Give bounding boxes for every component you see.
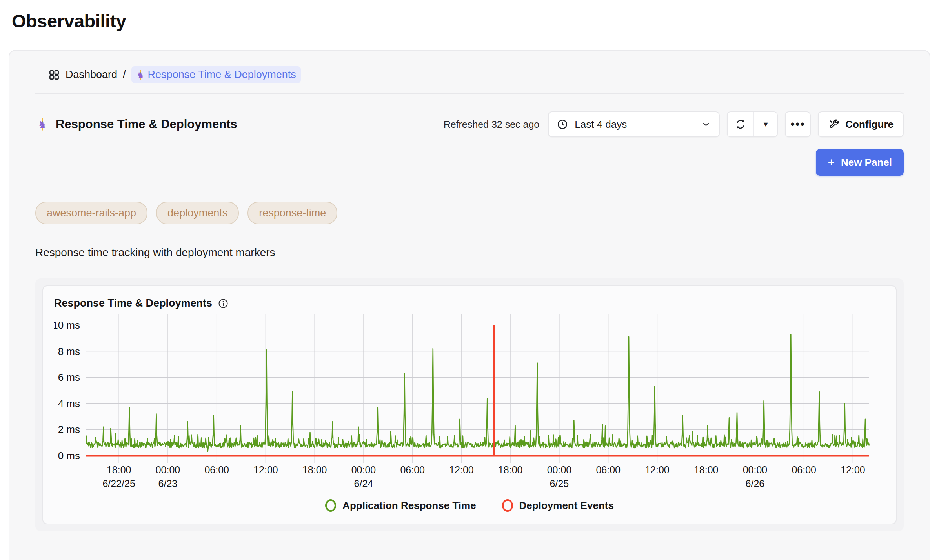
svg-text:♞: ♞ xyxy=(136,70,144,80)
carousel-horse-icon: ♞ xyxy=(135,69,146,81)
time-range-select[interactable]: Last 4 days xyxy=(548,111,720,137)
svg-text:06:00: 06:00 xyxy=(204,464,229,475)
configure-button[interactable]: Configure xyxy=(818,111,904,137)
panel-title: Response Time & Deployments xyxy=(56,117,237,131)
svg-text:00:00: 00:00 xyxy=(743,464,768,475)
svg-text:06:00: 06:00 xyxy=(596,464,621,475)
svg-text:6 ms: 6 ms xyxy=(58,371,80,383)
svg-text:2 ms: 2 ms xyxy=(58,424,80,435)
svg-text:12:00: 12:00 xyxy=(645,464,670,475)
svg-text:18:00: 18:00 xyxy=(498,464,523,475)
refresh-split-button: ▼ xyxy=(727,111,778,137)
caret-down-icon: ▼ xyxy=(762,120,769,129)
svg-text:06:00: 06:00 xyxy=(400,464,425,475)
screwdriver-wrench-icon xyxy=(828,118,840,130)
plus-icon: + xyxy=(828,156,835,169)
time-range-value: Last 4 days xyxy=(575,118,627,131)
green-ring-icon xyxy=(325,499,336,512)
refresh-icon xyxy=(735,118,746,130)
legend-label: Deployment Events xyxy=(519,500,614,512)
svg-text:6/23: 6/23 xyxy=(158,478,178,489)
svg-text:06:00: 06:00 xyxy=(792,464,816,475)
refresh-button[interactable] xyxy=(728,112,753,136)
refreshed-status: Refreshed 32 sec ago xyxy=(444,119,540,130)
svg-text:12:00: 12:00 xyxy=(841,464,865,475)
chevron-down-icon xyxy=(701,119,711,129)
more-options-button[interactable]: ••• xyxy=(785,111,811,137)
svg-text:18:00: 18:00 xyxy=(302,464,327,475)
panel-title-group: ♞ Response Time & Deployments xyxy=(35,117,237,131)
tag-awesome-rails-app[interactable]: awesome-rails-app xyxy=(35,202,147,224)
svg-text:8 ms: 8 ms xyxy=(58,345,80,357)
svg-text:10 ms: 10 ms xyxy=(54,319,80,331)
legend-label: Application Response Time xyxy=(342,500,476,512)
svg-text:00:00: 00:00 xyxy=(547,464,572,475)
breadcrumb: Dashboard / ♞ Response Time & Deployment… xyxy=(35,51,904,83)
svg-text:4 ms: 4 ms xyxy=(58,398,80,409)
chart-container: Response Time & Deployments 18:006/22/25… xyxy=(35,278,904,531)
svg-text:♞: ♞ xyxy=(38,119,47,131)
dashboard-grid-icon xyxy=(48,69,60,81)
tag-response-time[interactable]: response-time xyxy=(247,202,337,224)
svg-text:6/24: 6/24 xyxy=(354,478,373,489)
legend-deployment-events[interactable]: Deployment Events xyxy=(502,499,614,512)
chart-title: Response Time & Deployments xyxy=(54,297,212,309)
refresh-options-button[interactable]: ▼ xyxy=(753,112,777,136)
svg-text:18:00: 18:00 xyxy=(107,464,131,475)
tag-list: awesome-rails-app deployments response-t… xyxy=(35,202,904,224)
legend-application-response-time[interactable]: Application Response Time xyxy=(325,499,476,512)
new-panel-label: New Panel xyxy=(841,156,892,169)
svg-text:0 ms: 0 ms xyxy=(58,450,80,462)
svg-text:00:00: 00:00 xyxy=(351,464,376,475)
chart-card: Response Time & Deployments 18:006/22/25… xyxy=(42,285,897,524)
dashboard-card: Dashboard / ♞ Response Time & Deployment… xyxy=(9,50,930,560)
svg-text:12:00: 12:00 xyxy=(253,464,278,475)
svg-text:6/22/25: 6/22/25 xyxy=(102,478,135,489)
chart-legend: Application Response Time Deployment Eve… xyxy=(54,499,885,512)
red-ring-icon xyxy=(502,499,513,512)
svg-text:12:00: 12:00 xyxy=(449,464,474,475)
new-panel-button[interactable]: + New Panel xyxy=(816,149,904,176)
carousel-horse-icon: ♞ xyxy=(35,117,49,131)
page-title: Observability xyxy=(12,10,939,32)
breadcrumb-current-link[interactable]: ♞ Response Time & Deployments xyxy=(131,66,301,83)
configure-label: Configure xyxy=(845,118,894,131)
breadcrumb-dashboard-link[interactable]: Dashboard xyxy=(66,69,117,81)
divider xyxy=(35,93,904,94)
svg-text:00:00: 00:00 xyxy=(156,464,180,475)
panel-description: Response time tracking with deployment m… xyxy=(35,246,904,259)
breadcrumb-current-label: Response Time & Deployments xyxy=(148,69,296,81)
tag-deployments[interactable]: deployments xyxy=(156,202,239,224)
chart-plot[interactable]: 18:006/22/2500:006/2306:0012:0018:0000:0… xyxy=(54,309,874,495)
breadcrumb-separator: / xyxy=(123,69,126,81)
svg-text:6/26: 6/26 xyxy=(746,478,765,489)
svg-text:6/25: 6/25 xyxy=(550,478,569,489)
clock-icon xyxy=(557,118,568,130)
info-icon[interactable] xyxy=(218,298,229,309)
svg-text:18:00: 18:00 xyxy=(694,464,719,475)
